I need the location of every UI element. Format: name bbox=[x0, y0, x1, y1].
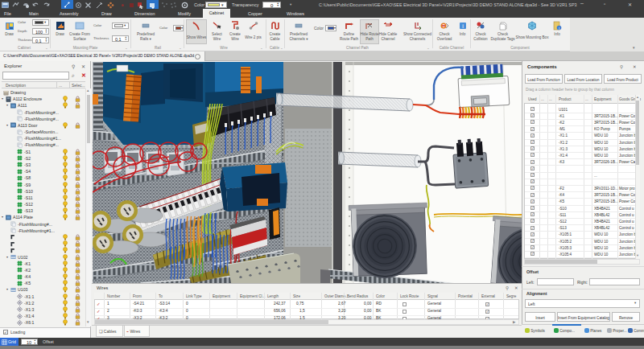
svg-text:i: i bbox=[559, 26, 559, 31]
